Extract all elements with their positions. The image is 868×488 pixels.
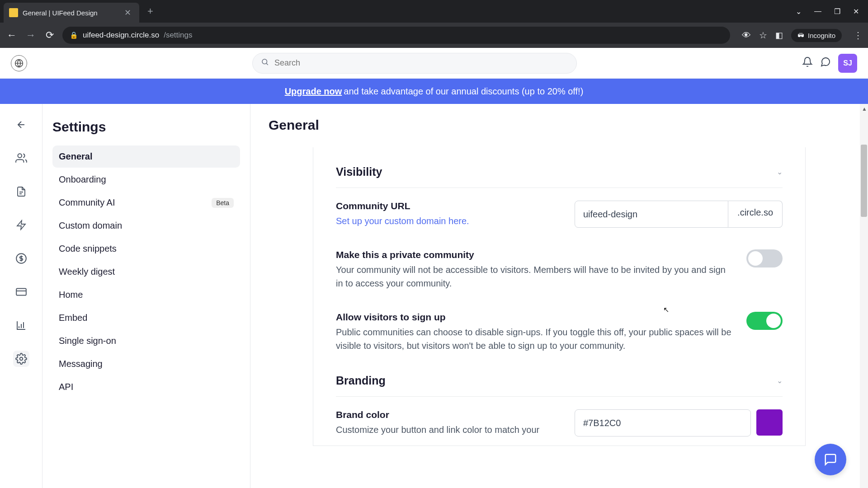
extensions-icon[interactable]: ◧ [775,30,783,40]
color-swatch[interactable] [756,409,783,436]
window-controls: ⌄ ― ❐ ✕ [796,7,868,16]
page-title: General [269,117,850,133]
private-community-label: Make this a private community [336,249,733,260]
sidebar-item-api[interactable]: API [52,376,240,398]
chevron-down-icon[interactable]: ⌄ [777,376,783,385]
search-icon [261,58,269,68]
chevron-down-icon[interactable]: ⌄ [796,7,802,16]
chevron-down-icon[interactable]: ⌄ [777,168,783,176]
url-host: uifeed-design.circle.so [83,31,159,40]
scrollbar[interactable]: ▲ [860,104,868,488]
reload-button[interactable]: ⟳ [43,29,56,41]
incognito-label: Incognito [808,32,835,39]
sidebar-item-code-snippets[interactable]: Code snippets [52,238,240,260]
svg-rect-3 [16,288,26,295]
browser-tab[interactable]: General | UIFeed Design ✕ [4,3,139,23]
chart-icon[interactable] [13,317,29,333]
incognito-icon: 🕶 [797,32,804,39]
settings-card: Visibility ⌄ Community URL Set up your c… [313,147,806,446]
tab-title: General | UIFeed Design [23,9,122,17]
lock-icon: 🔒 [70,31,78,39]
sidebar-item-sso[interactable]: Single sign-on [52,330,240,352]
allow-signup-desc: Public communities can choose to disable… [336,325,733,352]
card-icon[interactable] [13,284,29,300]
community-url-label: Community URL [336,201,561,211]
upgrade-banner: Upgrade now and take advantage of our an… [0,79,868,104]
document-icon[interactable] [13,183,29,200]
upgrade-link[interactable]: Upgrade now [285,86,342,97]
bell-icon[interactable] [802,56,813,70]
settings-sidebar: Settings General Onboarding Community AI… [42,104,250,488]
sidebar-item-messaging[interactable]: Messaging [52,353,240,375]
back-arrow-icon[interactable] [13,117,29,133]
allow-signup-toggle[interactable] [746,312,783,330]
banner-text: and take advantage of our annual discoun… [344,86,583,97]
sidebar-item-general[interactable]: General [52,145,240,168]
sidebar-item-embed[interactable]: Embed [52,307,240,329]
url-suffix: .circle.so [728,201,783,228]
brand-color-label: Brand color [336,409,561,420]
tab-close-icon[interactable]: ✕ [122,8,134,18]
gear-icon[interactable] [13,351,29,367]
svg-point-1 [262,59,267,64]
back-button[interactable]: ← [5,29,18,41]
globe-icon[interactable] [11,55,27,71]
sidebar-item-community-ai[interactable]: Community AIBeta [52,192,240,214]
brand-color-input[interactable] [575,409,751,436]
beta-badge: Beta [212,198,234,208]
sidebar-item-onboarding[interactable]: Onboarding [52,169,240,191]
lightning-icon[interactable] [13,217,29,233]
search-input[interactable] [274,58,568,68]
custom-domain-link[interactable]: Set up your custom domain here. [336,216,469,226]
sidebar-item-home[interactable]: Home [52,284,240,306]
brand-color-desc: Customize your button and link color to … [336,423,561,436]
content-area: General Visibility ⌄ Community URL Set u… [250,104,868,488]
scroll-thumb[interactable] [861,145,867,217]
browser-tab-strip: General | UIFeed Design ✕ + ⌄ ― ❐ ✕ [0,0,868,23]
icon-rail [0,104,42,488]
maximize-icon[interactable]: ❐ [834,7,840,16]
favicon [9,8,18,17]
svg-point-4 [19,357,23,361]
people-icon[interactable] [13,150,29,166]
search-box[interactable] [252,53,577,74]
allow-signup-label: Allow visitors to sign up [336,312,733,323]
browser-toolbar: ← → ⟳ 🔒 uifeed-design.circle.so/settings… [0,23,868,48]
visibility-heading: Visibility [336,165,382,178]
chat-fab[interactable] [815,444,846,475]
incognito-badge: 🕶 Incognito [791,29,842,42]
new-tab-button[interactable]: + [147,5,153,17]
star-icon[interactable]: ☆ [759,30,767,41]
chat-icon[interactable] [820,56,831,70]
browser-menu-icon[interactable]: ⋮ [854,30,863,41]
app-header: SJ [0,48,868,79]
dollar-icon[interactable] [13,250,29,267]
sidebar-title: Settings [52,119,240,135]
sidebar-item-custom-domain[interactable]: Custom domain [52,215,240,237]
community-url-input[interactable] [575,201,728,228]
url-path: /settings [164,31,192,40]
private-community-desc: Your community will not be accessible to… [336,263,733,290]
private-community-toggle[interactable] [746,249,783,267]
branding-heading: Branding [336,374,386,387]
address-bar[interactable]: 🔒 uifeed-design.circle.so/settings [62,27,730,44]
minimize-icon[interactable]: ― [814,7,821,16]
sidebar-item-weekly-digest[interactable]: Weekly digest [52,261,240,283]
forward-button[interactable]: → [24,29,37,41]
close-window-icon[interactable]: ✕ [853,7,859,16]
avatar[interactable]: SJ [838,54,857,73]
eye-off-icon[interactable]: 👁 [742,30,751,41]
